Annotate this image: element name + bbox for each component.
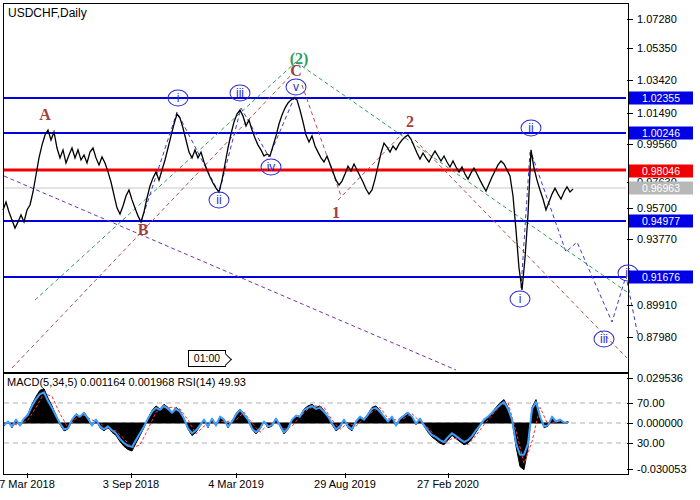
price-axis-tick <box>627 208 633 209</box>
chart-window: USDCHF,Daily MACD(5,34,5) 0.001164 0.001… <box>0 0 700 500</box>
indicator-axis-label: 0.000000 <box>637 417 683 429</box>
date-axis-label: 7 Mar 2018 <box>0 478 55 490</box>
price-level-badge: 0.98046 <box>629 165 693 178</box>
price-axis-tick <box>627 80 633 81</box>
price-axis-label: 0.93770 <box>637 233 677 245</box>
wave-label-v: v <box>286 79 307 96</box>
price-level-badge: 0.96963 <box>629 182 693 195</box>
price-axis-label: 0.89910 <box>637 299 677 311</box>
date-axis-label: 29 Aug 2019 <box>314 478 376 490</box>
price-axis-tick <box>627 239 633 240</box>
symbol-title: USDCHF,Daily <box>8 6 87 20</box>
price-axis-label: 1.05350 <box>637 42 677 54</box>
price-axis-tick <box>627 113 633 114</box>
price-axis-label: 1.03420 <box>637 74 677 86</box>
wave-label-ii: ii <box>521 120 542 137</box>
indicator-values-label: MACD(5,34,5) 0.001164 0.001968 RSI(14) 4… <box>7 376 246 388</box>
price-level-badge: 1.00246 <box>629 127 693 140</box>
indicator-axis-label: 30.00 <box>637 437 665 449</box>
main-price-pane[interactable] <box>3 3 629 373</box>
wave-label-i: i <box>168 90 189 107</box>
indicator-axis-tick <box>627 378 633 379</box>
wave-label-i: i <box>510 291 531 308</box>
price-axis-label: 0.99560 <box>637 138 677 150</box>
price-axis-tick <box>627 48 633 49</box>
price-axis-label: 1.01490 <box>637 107 677 119</box>
date-axis-label: 27 Feb 2020 <box>417 478 479 490</box>
price-axis-tick <box>627 337 633 338</box>
price-axis-tick <box>627 19 633 20</box>
indicator-axis-label: -0.030053 <box>637 463 687 475</box>
price-axis-label: 1.07280 <box>637 13 677 25</box>
price-level-badge: 0.94977 <box>629 215 693 228</box>
price-axis-label: 0.87980 <box>637 331 677 343</box>
indicator-axis-tick <box>627 469 633 470</box>
price-level-badge: 1.02355 <box>629 92 693 105</box>
price-axis-label: 0.95700 <box>637 202 677 214</box>
date-axis-label: 4 Mar 2019 <box>208 478 264 490</box>
price-axis-tick <box>627 144 633 145</box>
wave-label-iii: iii <box>594 331 615 348</box>
indicator-axis-tick <box>627 423 633 424</box>
period-separator-label[interactable]: 01:00 <box>188 350 226 367</box>
indicator-axis-label: 70.00 <box>637 397 665 409</box>
wave-label-iv: iv <box>261 159 282 176</box>
indicator-axis-tick <box>627 443 633 444</box>
indicator-pane[interactable] <box>3 373 629 475</box>
indicator-axis-label: 0.029536 <box>637 372 683 384</box>
indicator-axis-tick <box>627 403 633 404</box>
wave-label-(2): (2) <box>290 50 309 68</box>
wave-label-1: 1 <box>332 204 340 222</box>
wave-label-iii: iii <box>230 85 251 102</box>
wave-label-ii: ii <box>209 192 230 209</box>
price-axis-tick <box>627 305 633 306</box>
wave-label-A: A <box>39 106 51 124</box>
wave-label-B: B <box>138 221 149 239</box>
wave-label-2: 2 <box>406 113 414 131</box>
date-axis-label: 3 Sep 2018 <box>103 478 159 490</box>
price-level-badge: 0.91676 <box>629 271 693 284</box>
period-label: 01:00 <box>194 352 220 364</box>
